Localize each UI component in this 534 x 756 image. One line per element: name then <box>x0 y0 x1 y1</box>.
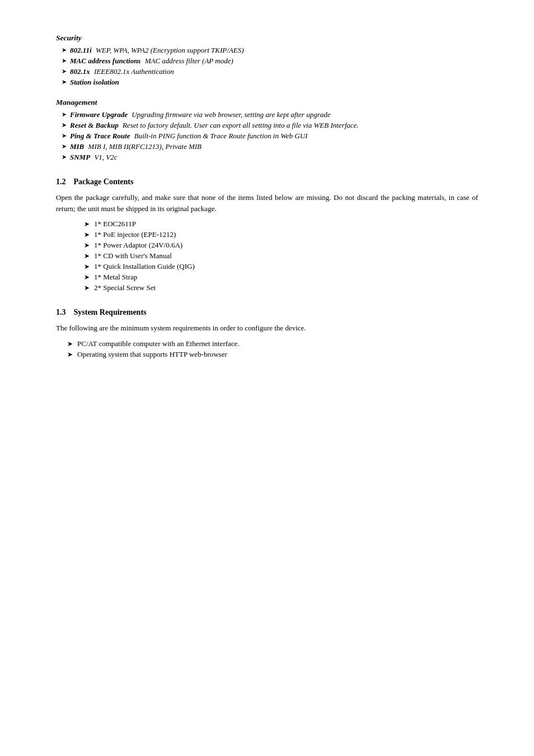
pkg-item-label-3: 1* CD with User's Manual <box>94 251 172 260</box>
security-label-3: Station isolation <box>70 78 119 86</box>
pkg-item-label-5: 1* Metal Strap <box>94 273 137 282</box>
mgmt-item-1: ➤ Reset & Backup Reset to factory defaul… <box>62 121 478 130</box>
security-item-3: ➤ Station isolation <box>62 78 478 87</box>
pkg-item-2: ➤ 1* Power Adaptor (24V/0.6A) <box>84 241 478 250</box>
pkg-item-5: ➤ 1* Metal Strap <box>84 273 478 282</box>
section-title-12: Package Contents <box>74 178 134 186</box>
security-label-2: 802.1x <box>70 67 90 76</box>
package-contents-heading: 1.2 Package Contents <box>56 178 478 186</box>
mgmt-arrow-1: ➤ <box>62 122 67 129</box>
arrow-icon-3: ➤ <box>62 78 67 86</box>
mgmt-arrow-3: ➤ <box>62 143 67 150</box>
pkg-arrow-5: ➤ <box>84 273 90 282</box>
pkg-item-label-1: 1* PoE injector (EPE-1212) <box>94 230 176 239</box>
pkg-item-6: ➤ 2* Special Screw Set <box>84 283 478 292</box>
pkg-arrow-0: ➤ <box>84 220 90 228</box>
mgmt-desc-4: V1, V2c <box>94 153 117 161</box>
pkg-item-4: ➤ 1* Quick Installation Guide (QIG) <box>84 262 478 271</box>
mgmt-item-4: ➤ SNMP V1, V2c <box>62 153 478 162</box>
security-desc-0: WEP, WPA, WPA2 (Encryption support TKIP/… <box>96 46 244 54</box>
pkg-item-3: ➤ 1* CD with User's Manual <box>84 251 478 260</box>
sys-arrow-0: ➤ <box>67 340 73 348</box>
pkg-arrow-3: ➤ <box>84 252 90 260</box>
pkg-item-label-4: 1* Quick Installation Guide (QIG) <box>94 262 195 271</box>
mgmt-arrow-4: ➤ <box>62 153 67 161</box>
mgmt-desc-0: Upgrading firmware via web browser, sett… <box>132 110 330 119</box>
management-list: ➤ Firmware Upgrade Upgrading firmware vi… <box>62 110 478 162</box>
arrow-icon-1: ➤ <box>62 57 67 64</box>
security-desc-1: MAC address filter (AP mode) <box>145 57 233 65</box>
system-requirements-intro: The following are the minimum system req… <box>56 323 478 334</box>
mgmt-desc-3: MIB I, MIB II(RFC1213), Private MIB <box>88 142 202 151</box>
sys-item-0: ➤ PC/AT compatible computer with an Ethe… <box>67 339 478 348</box>
system-requirements-section: 1.3 System Requirements The following ar… <box>56 308 478 359</box>
arrow-icon-2: ➤ <box>62 68 67 75</box>
pkg-arrow-6: ➤ <box>84 284 90 292</box>
pkg-arrow-2: ➤ <box>84 241 90 250</box>
mgmt-desc-2: Built-in PING function & Trace Route fun… <box>134 132 308 140</box>
sys-item-label-1: Operating system that supports HTTP web-… <box>77 350 227 359</box>
security-desc-2: IEEE802.1x Authentication <box>94 67 174 76</box>
sys-item-label-0: PC/AT compatible computer with an Ethern… <box>77 339 240 348</box>
pkg-arrow-1: ➤ <box>84 231 90 239</box>
section-num-12: 1.2 <box>56 178 66 186</box>
pkg-item-0: ➤ 1* EOC2611P <box>84 220 478 228</box>
sys-item-1: ➤ Operating system that supports HTTP we… <box>67 350 478 359</box>
mgmt-item-0: ➤ Firmware Upgrade Upgrading firmware vi… <box>62 110 478 119</box>
mgmt-item-3: ➤ MIB MIB I, MIB II(RFC1213), Private MI… <box>62 142 478 151</box>
security-list: ➤ 802.11i WEP, WPA, WPA2 (Encryption sup… <box>62 46 478 87</box>
section-num-13: 1.3 <box>56 308 66 317</box>
pkg-item-label-0: 1* EOC2611P <box>94 220 136 228</box>
package-items-list: ➤ 1* EOC2611P ➤ 1* PoE injector (EPE-121… <box>84 220 478 292</box>
package-contents-intro: Open the package carefully, and make sur… <box>56 192 478 214</box>
security-item-1: ➤ MAC address functions MAC address filt… <box>62 57 478 66</box>
pkg-item-label-6: 2* Special Screw Set <box>94 283 156 292</box>
mgmt-label-3: MIB <box>70 142 84 151</box>
security-label-1: MAC address functions <box>70 57 140 65</box>
security-item-0: ➤ 802.11i WEP, WPA, WPA2 (Encryption sup… <box>62 46 478 55</box>
mgmt-label-4: SNMP <box>70 153 90 161</box>
mgmt-item-2: ➤ Ping & Trace Route Built-in PING funct… <box>62 132 478 141</box>
management-heading: Management <box>56 98 478 107</box>
security-heading: Security <box>56 34 478 43</box>
mgmt-label-2: Ping & Trace Route <box>70 132 130 140</box>
management-section: Management ➤ Firmware Upgrade Upgrading … <box>56 98 478 162</box>
mgmt-desc-1: Reset to factory default. User can expor… <box>123 121 359 129</box>
security-label-0: 802.11i <box>70 46 92 54</box>
mgmt-arrow-2: ➤ <box>62 132 67 139</box>
mgmt-label-1: Reset & Backup <box>70 121 119 129</box>
arrow-icon-0: ➤ <box>62 46 67 54</box>
mgmt-label-0: Firmware Upgrade <box>70 110 128 119</box>
package-contents-section: 1.2 Package Contents Open the package ca… <box>56 178 478 292</box>
pkg-arrow-4: ➤ <box>84 263 90 271</box>
security-section: Security ➤ 802.11i WEP, WPA, WPA2 (Encry… <box>56 34 478 87</box>
pkg-item-1: ➤ 1* PoE injector (EPE-1212) <box>84 230 478 239</box>
mgmt-arrow-0: ➤ <box>62 111 67 118</box>
system-requirements-list: ➤ PC/AT compatible computer with an Ethe… <box>67 339 478 359</box>
pkg-item-label-2: 1* Power Adaptor (24V/0.6A) <box>94 241 182 250</box>
system-requirements-heading: 1.3 System Requirements <box>56 308 478 317</box>
security-item-2: ➤ 802.1x IEEE802.1x Authentication <box>62 67 478 76</box>
page-container: Security ➤ 802.11i WEP, WPA, WPA2 (Encry… <box>0 0 534 402</box>
sys-arrow-1: ➤ <box>67 351 73 359</box>
section-title-13: System Requirements <box>74 308 147 317</box>
